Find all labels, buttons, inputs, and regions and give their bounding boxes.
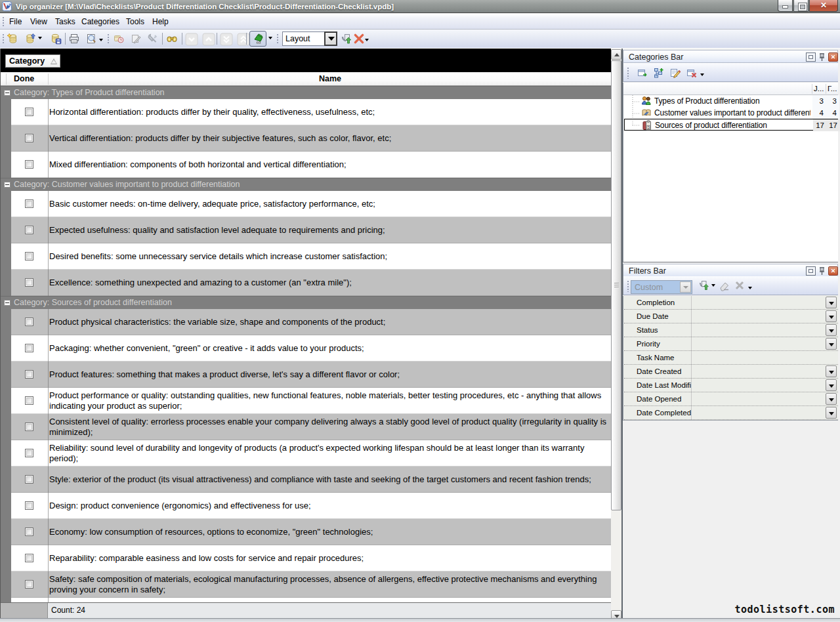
menubar-grip[interactable] — [2, 16, 5, 27]
task-checkbox[interactable] — [25, 396, 33, 405]
task-checkbox[interactable] — [25, 226, 33, 234]
filters-toolbar-grip[interactable] — [627, 280, 629, 292]
task-row[interactable]: Design: product convenience (ergonomics)… — [1, 493, 612, 519]
new-subcategory-button[interactable] — [652, 66, 665, 79]
column-header-g[interactable]: Г... — [828, 84, 838, 94]
categories-maximize-button[interactable] — [806, 52, 816, 62]
close-button[interactable]: ✕ — [809, 0, 838, 12]
filter-row[interactable]: Completion — [624, 296, 838, 310]
filter-value-dropdown[interactable] — [826, 379, 837, 391]
collapse-group-icon[interactable] — [4, 90, 10, 96]
edit-task-button[interactable] — [129, 32, 142, 45]
filter-row[interactable]: Date Last Modified — [624, 379, 838, 392]
category-tree-item[interactable]: 5Sources of product differentiation1717 — [624, 119, 838, 131]
delete-filter-button[interactable] — [733, 279, 746, 292]
task-checkbox[interactable] — [25, 134, 33, 142]
task-row[interactable]: Style: exterior of the product (its visu… — [1, 466, 612, 493]
task-checkbox[interactable] — [25, 554, 33, 562]
categories-pin-button[interactable] — [818, 52, 828, 62]
task-row[interactable]: Consistent level of quality: errorless p… — [1, 414, 612, 440]
categories-toolbar-grip[interactable] — [627, 67, 629, 79]
print-preview-button[interactable] — [85, 32, 98, 45]
task-row[interactable]: Basic customer needs: on-time delivery, … — [1, 191, 612, 217]
task-checkbox[interactable] — [25, 580, 33, 589]
toolbar-grip[interactable] — [2, 33, 5, 45]
task-checkbox[interactable] — [25, 528, 33, 536]
task-checkbox[interactable] — [25, 475, 33, 484]
task-checkbox[interactable] — [25, 449, 33, 457]
filter-value-dropdown[interactable] — [826, 393, 837, 405]
notifications-lamp-button[interactable] — [249, 31, 266, 47]
move-top-button[interactable] — [236, 32, 249, 45]
filter-row[interactable]: Status — [624, 323, 838, 337]
filter-combobox-dropdown[interactable] — [680, 281, 691, 293]
task-checkbox[interactable] — [25, 423, 33, 431]
layout-combobox-dropdown[interactable] — [324, 31, 337, 46]
categories-close-button[interactable] — [828, 52, 838, 62]
filter-row[interactable]: Due Date — [624, 310, 838, 323]
category-tree-item[interactable]: Customer values important to product dif… — [624, 107, 838, 119]
move-bottom-button[interactable] — [219, 32, 232, 45]
task-row[interactable]: Safety: safe composition of materials, e… — [1, 571, 612, 598]
task-row[interactable]: Reparability: comparable easiness and lo… — [1, 545, 612, 571]
layout-overflow-arrow[interactable] — [365, 39, 369, 42]
task-row[interactable]: Economy: low consumption of resources, o… — [1, 519, 612, 545]
filters-maximize-button[interactable] — [806, 266, 816, 276]
filter-row[interactable]: Priority — [624, 337, 838, 351]
filter-row[interactable]: Task Name — [624, 351, 838, 365]
print-button[interactable] — [68, 32, 81, 45]
group-by-category-button[interactable]: Category — [5, 54, 60, 68]
collapse-group-icon[interactable] — [4, 300, 10, 306]
menu-help[interactable]: Help — [152, 15, 169, 28]
apply-filter-dropdown[interactable] — [711, 284, 715, 287]
new-task-button[interactable] — [112, 32, 125, 45]
filters-overflow-arrow[interactable] — [748, 287, 753, 290]
task-row[interactable]: Excellence: something unexpected and ama… — [1, 270, 612, 296]
filter-row[interactable]: Date Opened — [624, 392, 838, 406]
filter-row[interactable]: Date Completed — [624, 406, 838, 420]
move-down-button[interactable] — [184, 32, 198, 45]
column-header-done[interactable]: Done — [14, 73, 34, 85]
task-checkbox[interactable] — [25, 108, 33, 116]
open-database-button[interactable] — [24, 32, 37, 45]
apply-filter-button[interactable] — [698, 279, 711, 292]
task-row[interactable]: Product physical characteristics: the va… — [1, 309, 612, 335]
clear-filter-button[interactable] — [718, 279, 731, 292]
column-header-name[interactable]: Name — [49, 73, 612, 85]
filter-value-dropdown[interactable] — [826, 297, 837, 308]
task-row[interactable]: Desired benefits: some unnecessary servi… — [1, 243, 612, 270]
task-row[interactable]: Packaging: whether convenient, "green" o… — [1, 335, 612, 362]
delete-layout-button[interactable] — [352, 32, 366, 45]
task-checkbox[interactable] — [25, 199, 33, 208]
task-checkbox[interactable] — [25, 278, 33, 287]
minimize-button[interactable] — [778, 0, 793, 12]
open-database-dropdown[interactable] — [38, 37, 42, 39]
scrollbar-thumb[interactable] — [611, 60, 621, 510]
task-row[interactable]: Vertical differentiation: products diffe… — [1, 125, 612, 152]
menu-tasks[interactable]: Tasks — [55, 15, 75, 28]
new-category-button[interactable] — [636, 66, 649, 79]
task-row[interactable]: Horizontal differentiation: products dif… — [1, 99, 612, 125]
task-tools-button[interactable] — [146, 32, 159, 45]
filter-value-dropdown[interactable] — [826, 365, 837, 377]
task-row[interactable]: Reliability: sound level of durability a… — [1, 440, 612, 466]
collapse-group-icon[interactable] — [4, 182, 10, 188]
task-row[interactable]: Mixed differentiation: components of bot… — [1, 152, 612, 178]
save-database-button[interactable] — [49, 32, 62, 45]
filter-value-dropdown[interactable] — [826, 338, 837, 350]
column-header-j[interactable]: J... — [814, 84, 824, 94]
edit-category-button[interactable] — [669, 66, 682, 79]
delete-category-button[interactable] — [685, 66, 698, 79]
menu-file[interactable]: File — [9, 15, 22, 28]
task-row[interactable]: Product performance or quality: outstand… — [1, 388, 612, 414]
move-up-button[interactable] — [201, 32, 215, 45]
menu-categories[interactable]: Categories — [81, 15, 119, 28]
categories-overflow-arrow[interactable] — [700, 73, 705, 77]
find-button[interactable] — [165, 32, 178, 45]
task-row[interactable]: Product features: something that makes a… — [1, 362, 612, 388]
lamp-dropdown[interactable] — [268, 37, 272, 39]
filter-row[interactable]: Date Created — [624, 365, 838, 379]
task-row[interactable]: Expected usefulness: quality and satisfa… — [1, 217, 612, 243]
menu-tools[interactable]: Tools — [126, 15, 144, 28]
task-checkbox[interactable] — [25, 370, 33, 379]
